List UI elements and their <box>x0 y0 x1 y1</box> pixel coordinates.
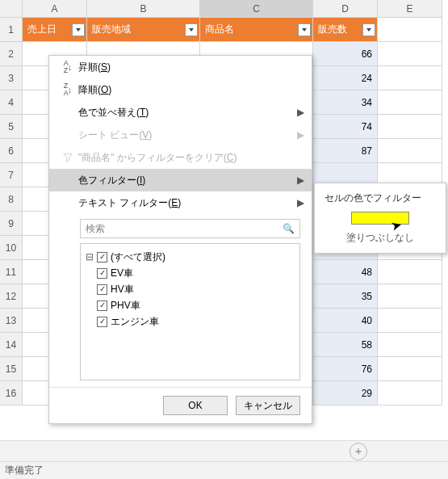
cancel-button[interactable]: キャンセル <box>236 396 300 415</box>
cell[interactable]: 76 <box>313 357 378 381</box>
checkbox-icon[interactable]: ✓ <box>97 284 107 295</box>
chevron-right-icon: ▶ <box>297 197 305 208</box>
cell[interactable] <box>378 357 442 381</box>
add-sheet-button[interactable]: ＋ <box>350 443 367 460</box>
cell[interactable] <box>378 381 442 405</box>
chevron-down-icon <box>189 28 194 32</box>
row-header[interactable]: 11 <box>0 260 23 284</box>
header-cell-C[interactable]: 商品名 <box>200 18 313 42</box>
col-header-E[interactable]: E <box>378 0 442 18</box>
row-header[interactable]: 5 <box>0 115 23 139</box>
tree-item[interactable]: ✓PHV車 <box>86 297 295 313</box>
row-header[interactable]: 15 <box>0 357 23 381</box>
row-header[interactable]: 8 <box>0 187 23 212</box>
menu-label: 降順(O) <box>78 83 305 97</box>
col-header-B[interactable]: B <box>87 0 200 18</box>
filter-search-input[interactable]: 検索 🔍 <box>80 219 300 238</box>
chevron-down-icon <box>366 28 371 32</box>
cell[interactable]: 24 <box>313 66 378 90</box>
checkbox-icon[interactable]: ✓ <box>97 300 107 311</box>
menu-label: 昇順(S) <box>78 61 305 74</box>
cell[interactable] <box>378 260 442 284</box>
col-header-D[interactable]: D <box>313 0 378 18</box>
funnel-clear-icon <box>57 153 78 162</box>
col-header-C[interactable]: C <box>200 0 313 18</box>
cell[interactable] <box>378 18 442 42</box>
filter-button[interactable] <box>298 23 311 36</box>
header-cell-B[interactable]: 販売地域 <box>87 18 200 42</box>
plus-icon: ＋ <box>353 444 364 459</box>
header-label: 販売数 <box>318 23 347 36</box>
row-header[interactable]: 4 <box>0 90 23 115</box>
row-header[interactable]: 7 <box>0 163 23 187</box>
cell[interactable]: 40 <box>313 309 378 333</box>
col-header-A[interactable]: A <box>23 0 87 18</box>
tree-item[interactable]: ✓エンジン車 <box>86 313 295 330</box>
filter-values-tree[interactable]: ⊟ ✓ (すべて選択) ✓EV車 ✓HV車 ✓PHV車 ✓エンジン車 <box>80 243 300 380</box>
cell[interactable]: 48 <box>313 260 378 284</box>
menu-sort-ascending[interactable]: AZ↓ 昇順(S) <box>49 56 312 78</box>
checkbox-icon[interactable]: ✓ <box>97 317 107 327</box>
select-all-corner[interactable] <box>0 0 23 18</box>
row-header[interactable]: 13 <box>0 309 23 333</box>
cell[interactable]: 34 <box>313 90 378 115</box>
checkbox-icon[interactable]: ✓ <box>97 252 107 263</box>
checkbox-icon[interactable]: ✓ <box>97 268 107 279</box>
tree-label: EV車 <box>111 267 133 280</box>
color-swatch-option[interactable]: ➤ <box>321 210 439 229</box>
cell[interactable] <box>378 115 442 139</box>
cell[interactable] <box>378 66 442 90</box>
status-bar: 準備完了 <box>0 461 448 479</box>
tree-expand-icon: ⊟ <box>86 251 94 263</box>
chevron-down-icon <box>302 28 307 32</box>
cell[interactable]: 74 <box>313 115 378 139</box>
cell[interactable] <box>378 90 442 115</box>
filter-button[interactable] <box>362 23 375 36</box>
chevron-right-icon: ▶ <box>297 174 305 186</box>
cell[interactable]: 66 <box>313 42 378 66</box>
tree-item[interactable]: ✓EV車 <box>86 265 295 281</box>
no-fill-option[interactable]: 塗りつぶしなし <box>321 229 439 245</box>
cell[interactable]: 35 <box>313 284 378 309</box>
header-cell-D[interactable]: 販売数 <box>313 18 378 42</box>
menu-sort-by-color[interactable]: 色で並べ替え(T) ▶ <box>49 101 312 124</box>
cell[interactable] <box>378 42 442 66</box>
row-header[interactable]: 14 <box>0 333 23 357</box>
chevron-right-icon: ▶ <box>297 129 305 141</box>
search-icon: 🔍 <box>283 223 295 234</box>
cell[interactable]: 29 <box>313 381 378 405</box>
header-cell-A[interactable]: 売上日 <box>23 18 87 42</box>
menu-color-filter[interactable]: 色フィルター(I) ▶ <box>49 169 312 191</box>
menu-sort-descending[interactable]: ZA↓ 降順(O) <box>49 78 312 101</box>
cell[interactable] <box>378 333 442 357</box>
row-header[interactable]: 6 <box>0 139 23 163</box>
cell[interactable]: 87 <box>313 139 378 163</box>
filter-button[interactable] <box>185 23 198 36</box>
row-header[interactable]: 10 <box>0 236 23 260</box>
tree-item-select-all[interactable]: ⊟ ✓ (すべて選択) <box>86 249 295 265</box>
tree-item[interactable]: ✓HV車 <box>86 281 295 297</box>
search-placeholder: 検索 <box>86 222 105 236</box>
cell[interactable]: 58 <box>313 333 378 357</box>
chevron-down-icon <box>76 28 81 32</box>
status-text: 準備完了 <box>5 464 44 477</box>
yellow-swatch[interactable] <box>351 212 409 225</box>
row-header[interactable]: 3 <box>0 66 23 90</box>
row-header[interactable]: 1 <box>0 18 23 42</box>
header-label: 販売地域 <box>92 23 131 36</box>
row-header[interactable]: 9 <box>0 212 23 236</box>
menu-text-filter[interactable]: テキスト フィルター(E) ▶ <box>49 191 312 214</box>
cell[interactable] <box>378 284 442 309</box>
menu-label: 色で並べ替え(T) <box>78 106 297 120</box>
cell[interactable] <box>378 309 442 333</box>
chevron-right-icon: ▶ <box>297 107 305 118</box>
button-label: キャンセル <box>244 399 292 413</box>
row-header[interactable]: 16 <box>0 381 23 405</box>
tree-label: PHV車 <box>111 299 140 313</box>
ok-button[interactable]: OK <box>163 396 228 415</box>
row-header[interactable]: 12 <box>0 284 23 309</box>
row-header[interactable]: 2 <box>0 42 23 66</box>
filter-button[interactable] <box>72 23 85 36</box>
cell[interactable] <box>378 139 442 163</box>
button-label: OK <box>188 400 202 411</box>
